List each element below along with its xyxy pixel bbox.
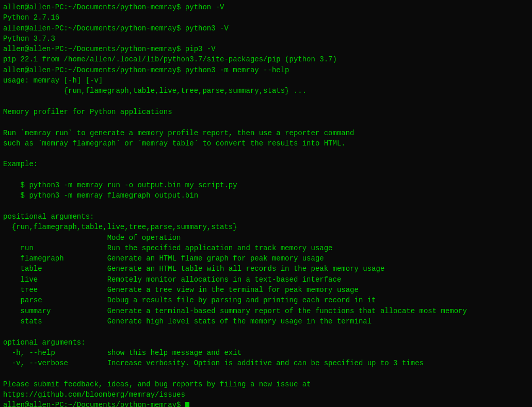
terminal-line-18: $ python3 -m memray flamegraph output.bi…: [3, 190, 529, 201]
terminal-line-22: Mode of operation: [3, 233, 529, 243]
terminal-line-19: [3, 201, 529, 211]
terminal-line-15: Example:: [3, 159, 529, 169]
terminal-line-26: live Remotely monitor allocations in a t…: [3, 274, 529, 285]
terminal-line-25: table Generate an HTML table with all re…: [3, 264, 529, 274]
terminal-line-32: optional arguments:: [3, 337, 529, 348]
terminal-line-7: usage: memray [-h] [-v]: [3, 75, 529, 86]
terminal-line-10: Memory profiler for Python applications: [3, 107, 529, 117]
terminal-line-31: [3, 327, 529, 337]
terminal-line-0: allen@allen-PC:~/Documents/python-memray…: [3, 2, 529, 12]
terminal-line-2: allen@allen-PC:~/Documents/python-memray…: [3, 23, 529, 34]
terminal-line-21: {run,flamegraph,table,live,tree,parse,su…: [3, 222, 529, 232]
terminal-line-9: [3, 96, 529, 107]
terminal-line-4: allen@allen-PC:~/Documents/python-memray…: [3, 44, 529, 54]
terminal-line-37: https://github.com/bloomberg/memray/issu…: [3, 389, 529, 400]
terminal-line-11: [3, 117, 529, 127]
terminal-line-13: such as `memray flamegraph` or `memray t…: [3, 138, 529, 149]
terminal-line-12: Run `memray run` to generate a memory pr…: [3, 128, 529, 138]
terminal-line-34: -v, --verbose Increase verbosity. Option…: [3, 358, 529, 368]
terminal-line-35: [3, 368, 529, 379]
terminal-line-1: Python 2.7.16: [3, 12, 529, 23]
terminal-line-17: $ python3 -m memray run -o output.bin my…: [3, 180, 529, 190]
terminal-cursor: [185, 402, 189, 407]
terminal-line-28: parse Debug a results file by parsing an…: [3, 295, 529, 305]
terminal-line-14: [3, 149, 529, 159]
terminal-line-16: [3, 170, 529, 180]
terminal-line-24: flamegraph Generate an HTML flame graph …: [3, 253, 529, 264]
terminal-window: allen@allen-PC:~/Documents/python-memray…: [0, 0, 532, 407]
terminal-line-20: positional arguments:: [3, 211, 529, 222]
terminal-line-23: run Run the specified application and tr…: [3, 243, 529, 253]
terminal-line-27: tree Generate a tree view in the termina…: [3, 285, 529, 295]
terminal-line-33: -h, --help show this help message and ex…: [3, 348, 529, 358]
terminal-line-5: pip 22.1 from /home/allen/.local/lib/pyt…: [3, 54, 529, 64]
terminal-line-36: Please submit feedback, ideas, and bug r…: [3, 379, 529, 389]
terminal-line-3: Python 3.7.3: [3, 34, 529, 44]
terminal-line-30: stats Generate high level stats of the m…: [3, 316, 529, 327]
terminal-line-38: allen@allen-PC:~/Documents/python-memray…: [3, 400, 529, 407]
terminal-line-6: allen@allen-PC:~/Documents/python-memray…: [3, 65, 529, 75]
terminal-line-8: {run,flamegraph,table,live,tree,parse,su…: [3, 86, 529, 96]
terminal-line-29: summary Generate a terminal-based summar…: [3, 306, 529, 316]
